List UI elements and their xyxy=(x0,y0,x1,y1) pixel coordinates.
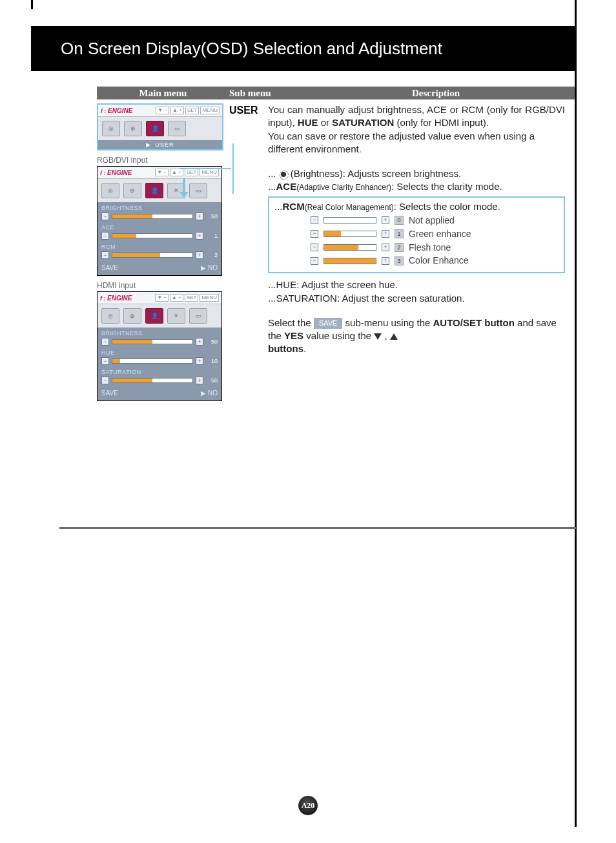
save-row[interactable]: SAVE▶ NO xyxy=(101,263,218,271)
slider-label: BRIGHTNESS xyxy=(101,205,218,211)
f-engine-label: f : ENGINE xyxy=(100,295,132,302)
page-number-badge: A20 xyxy=(298,796,318,815)
menu-button[interactable]: MENU xyxy=(200,107,220,114)
rcm-value: 0 xyxy=(395,216,404,225)
mode-user-icon[interactable]: 👤 xyxy=(145,308,163,324)
slider-track[interactable] xyxy=(112,378,193,383)
col-description: Description xyxy=(336,87,575,99)
slider-row: −+50 xyxy=(101,338,218,346)
osd-panel-user: f : ENGINE ▼ − ▲ + SET MENU ◎ ⊕ 👤 ▭ ▶USE… xyxy=(97,103,223,151)
up-icon[interactable]: ▲ + xyxy=(170,294,183,302)
rgb-dvi-caption: RGB/DVI input xyxy=(97,156,229,165)
desc-text: You can save or restore the adjusted val… xyxy=(268,130,565,156)
minus-button[interactable]: − xyxy=(101,357,109,365)
up-triangle-icon xyxy=(390,333,398,340)
plus-button[interactable]: + xyxy=(382,244,389,251)
plus-button[interactable]: + xyxy=(196,232,203,240)
up-icon[interactable]: ▲ + xyxy=(170,107,184,114)
rcm-slider[interactable] xyxy=(323,258,376,264)
sub-menu-label: USER xyxy=(229,103,268,404)
plus-button[interactable]: + xyxy=(196,357,203,365)
mode-internet-icon[interactable]: ⊕ xyxy=(123,183,141,198)
mode-movie-icon[interactable]: ◎ xyxy=(101,308,119,324)
mode-normal-icon[interactable]: ▭ xyxy=(189,308,207,324)
rcm-highlight-box: ...RCM(Real Color Management): Selects t… xyxy=(268,196,565,274)
minus-button[interactable]: − xyxy=(101,251,109,259)
section-divider xyxy=(59,527,576,529)
slider-row: −+50 xyxy=(101,377,218,384)
mode-internet-icon[interactable]: ⊕ xyxy=(123,308,141,324)
mode-normal-x-icon[interactable]: ✕ xyxy=(167,308,185,324)
rcm-value: 2 xyxy=(395,243,404,252)
slider-value: 1 xyxy=(206,233,218,239)
plus-button[interactable]: + xyxy=(382,230,389,238)
minus-button[interactable]: − xyxy=(101,338,109,346)
down-icon[interactable]: ▼ − xyxy=(156,107,169,114)
ace-line: ...ACE(Adaptive Clarity Enhancer): Selec… xyxy=(268,180,565,193)
minus-button[interactable]: − xyxy=(311,230,318,238)
save-row[interactable]: SAVE▶ NO xyxy=(101,388,218,397)
minus-button[interactable]: − xyxy=(311,257,318,265)
connector-line xyxy=(180,168,231,171)
page-title: On Screen Display(OSD) Selection and Adj… xyxy=(31,26,575,71)
table-header: Main menu Sub menu Description xyxy=(97,87,575,99)
plus-button[interactable]: + xyxy=(382,257,389,265)
down-triangle-icon xyxy=(374,333,382,340)
slider-value: 50 xyxy=(206,338,218,345)
user-mode-label: ▶USER xyxy=(98,140,222,149)
mode-normal-icon[interactable]: ▭ xyxy=(168,121,186,136)
minus-button[interactable]: − xyxy=(311,216,318,224)
plus-button[interactable]: + xyxy=(196,377,203,384)
rcm-line: ...RCM(Real Color Management): Selects t… xyxy=(274,200,559,213)
osd-nav-icons: ▼ − ▲ + SET MENU xyxy=(155,294,219,302)
rcm-slider[interactable] xyxy=(323,244,376,251)
rcm-label: Not applied xyxy=(409,214,455,227)
mode-user-icon[interactable]: 👤 xyxy=(146,121,164,136)
plus-button[interactable]: + xyxy=(196,251,203,259)
rcm-mode-row: −+0Not applied xyxy=(274,214,559,227)
hue-bold: HUE xyxy=(298,117,318,128)
osd-panel-hdmi: f : ENGINE ▼ − ▲ + SET MENU ◎ ⊕ 👤 ✕ ▭ BR… xyxy=(97,291,222,401)
mode-internet-icon[interactable]: ⊕ xyxy=(124,121,142,136)
set-button[interactable]: SET xyxy=(185,107,200,114)
rcm-slider[interactable] xyxy=(323,231,376,237)
plus-button[interactable]: + xyxy=(196,213,203,220)
mode-movie-icon[interactable]: ◎ xyxy=(101,183,119,198)
description-column: You can manually adjust brightness, ACE … xyxy=(268,103,565,404)
slider-row: −+10 xyxy=(101,357,218,365)
slider-track[interactable] xyxy=(112,253,193,258)
slider-track[interactable] xyxy=(112,214,193,219)
col-main-menu: Main menu xyxy=(97,87,229,99)
rcm-value: 3 xyxy=(395,256,404,265)
col-sub-menu: Sub menu xyxy=(229,87,336,99)
mode-movie-icon[interactable]: ◎ xyxy=(102,121,120,136)
minus-button[interactable]: − xyxy=(101,213,109,220)
f-engine-label: f : ENGINE xyxy=(100,169,132,176)
minus-button[interactable]: − xyxy=(101,377,109,384)
slider-label: SATURATION xyxy=(101,369,218,375)
main-menu-column: f : ENGINE ▼ − ▲ + SET MENU ◎ ⊕ 👤 ▭ ▶USE… xyxy=(97,103,229,404)
saturation-line: ...SATURATION: Adjust the screen saturat… xyxy=(268,292,565,305)
plus-button[interactable]: + xyxy=(382,216,389,224)
slider-row: −+2 xyxy=(101,251,218,259)
menu-button[interactable]: MENU xyxy=(200,294,219,302)
rcm-slider[interactable] xyxy=(323,217,376,224)
f-engine-label: f : ENGINE xyxy=(101,107,132,114)
minus-button[interactable]: − xyxy=(311,244,318,251)
slider-label: BRIGHTNESS xyxy=(101,330,218,337)
down-icon[interactable]: ▼ − xyxy=(155,294,169,302)
plus-button[interactable]: + xyxy=(196,338,203,346)
down-icon[interactable]: ▼ − xyxy=(155,169,169,176)
mode-normal-icon[interactable]: ▭ xyxy=(189,183,207,198)
slider-track[interactable] xyxy=(112,339,193,344)
arrow-down-icon xyxy=(180,178,189,198)
mode-user-icon[interactable]: 👤 xyxy=(145,183,163,198)
set-button[interactable]: SET xyxy=(185,294,199,302)
minus-button[interactable]: − xyxy=(101,232,109,240)
brightness-icon xyxy=(279,170,288,179)
mode-tabs: ◎ ⊕ 👤 ▭ xyxy=(98,117,222,140)
slider-track[interactable] xyxy=(112,359,193,364)
rcm-value: 1 xyxy=(395,229,404,238)
slider-label: RCM xyxy=(101,244,218,250)
slider-track[interactable] xyxy=(112,233,193,238)
